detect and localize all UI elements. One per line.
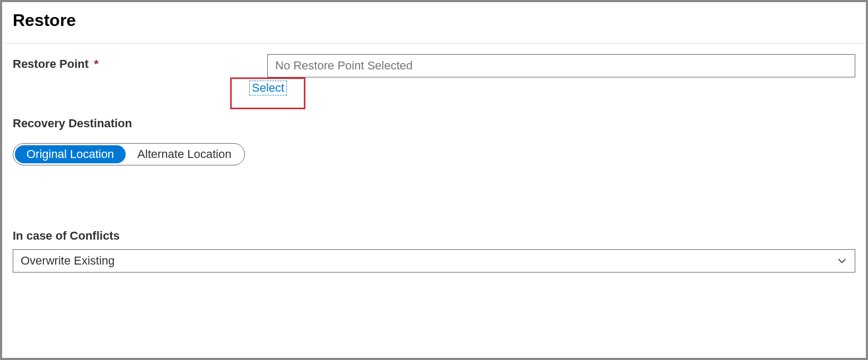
restore-point-control: Select	[267, 54, 855, 95]
alternate-location-option[interactable]: Alternate Location	[126, 145, 243, 163]
restore-point-label-text: Restore Point	[13, 57, 89, 71]
restore-point-row: Restore Point * Select	[13, 54, 855, 95]
panel-title: Restore	[13, 11, 855, 30]
conflicts-dropdown-value: Overwrite Existing	[21, 254, 115, 268]
conflicts-section: In case of Conflicts Overwrite Existing	[13, 229, 855, 273]
select-link-wrapper: Select	[249, 81, 287, 95]
chevron-down-icon	[837, 256, 847, 266]
select-restore-point-link[interactable]: Select	[249, 81, 287, 95]
panel-body: Restore Point * Select Recovery Destinat…	[2, 43, 866, 283]
original-location-option[interactable]: Original Location	[15, 145, 126, 163]
conflicts-label: In case of Conflicts	[13, 229, 855, 243]
restore-point-label: Restore Point *	[13, 54, 267, 71]
recovery-destination-label: Recovery Destination	[13, 117, 855, 130]
conflicts-dropdown[interactable]: Overwrite Existing	[13, 249, 855, 273]
recovery-destination-toggle: Original Location Alternate Location	[13, 143, 245, 165]
restore-panel: Restore Restore Point * Select Recovery …	[0, 0, 868, 360]
required-asterisk: *	[94, 57, 99, 71]
restore-point-input[interactable]	[267, 54, 855, 77]
panel-header: Restore	[2, 2, 866, 43]
